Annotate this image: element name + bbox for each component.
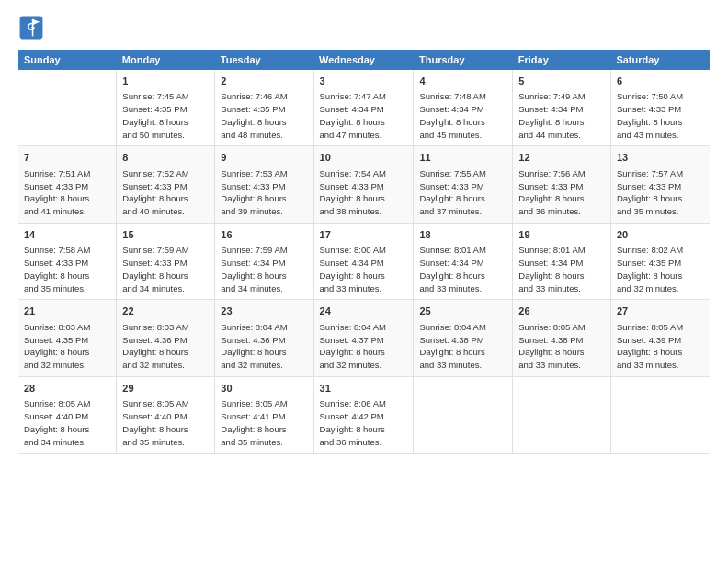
day-number: 31 bbox=[320, 382, 408, 396]
day-number: 1 bbox=[122, 75, 209, 88]
day-info: Sunrise: 7:47 AMSunset: 4:34 PMDaylight:… bbox=[320, 90, 408, 141]
day-cell: 11Sunrise: 7:55 AMSunset: 4:33 PMDayligh… bbox=[414, 146, 513, 223]
logo: G bbox=[18, 15, 48, 40]
calendar-body: 1Sunrise: 7:45 AMSunset: 4:35 PMDaylight… bbox=[18, 70, 710, 454]
day-info: Sunrise: 7:53 AMSunset: 4:33 PMDaylight:… bbox=[221, 167, 307, 218]
day-cell: 23Sunrise: 8:04 AMSunset: 4:36 PMDayligh… bbox=[215, 300, 313, 376]
calendar-header: SundayMondayTuesdayWednesdayThursdayFrid… bbox=[18, 50, 710, 70]
day-info: Sunrise: 7:56 AMSunset: 4:33 PMDaylight:… bbox=[518, 167, 605, 218]
day-info: Sunrise: 7:59 AMSunset: 4:34 PMDaylight:… bbox=[221, 244, 307, 294]
day-cell: 9Sunrise: 7:53 AMSunset: 4:33 PMDaylight… bbox=[215, 146, 313, 223]
day-cell: 29Sunrise: 8:05 AMSunset: 4:40 PMDayligh… bbox=[117, 376, 215, 453]
day-info: Sunrise: 8:05 AMSunset: 4:38 PMDaylight:… bbox=[518, 321, 605, 372]
day-cell: 26Sunrise: 8:05 AMSunset: 4:38 PMDayligh… bbox=[513, 300, 611, 376]
day-number: 16 bbox=[221, 228, 307, 242]
day-cell: 10Sunrise: 7:54 AMSunset: 4:33 PMDayligh… bbox=[313, 146, 414, 223]
day-cell: 6Sunrise: 7:50 AMSunset: 4:33 PMDaylight… bbox=[610, 70, 710, 146]
day-number: 28 bbox=[24, 382, 110, 396]
day-number: 4 bbox=[419, 75, 506, 88]
day-number: 24 bbox=[320, 304, 408, 318]
day-number: 30 bbox=[221, 382, 307, 396]
day-info: Sunrise: 8:06 AMSunset: 4:42 PMDaylight:… bbox=[320, 397, 408, 448]
day-info: Sunrise: 7:55 AMSunset: 4:33 PMDaylight:… bbox=[419, 167, 506, 218]
header-cell-wednesday: Wednesday bbox=[313, 50, 414, 70]
day-cell: 28Sunrise: 8:05 AMSunset: 4:40 PMDayligh… bbox=[18, 376, 117, 453]
day-info: Sunrise: 7:46 AMSunset: 4:35 PMDaylight:… bbox=[221, 90, 307, 141]
day-info: Sunrise: 8:05 AMSunset: 4:40 PMDaylight:… bbox=[24, 397, 110, 448]
week-row-1: 1Sunrise: 7:45 AMSunset: 4:35 PMDaylight… bbox=[18, 70, 710, 146]
day-info: Sunrise: 7:58 AMSunset: 4:33 PMDaylight:… bbox=[24, 244, 110, 294]
calendar-page: G SundayMondayTuesdayWednesdayThursdayFr… bbox=[0, 0, 728, 563]
day-number: 17 bbox=[320, 228, 408, 242]
day-number: 6 bbox=[617, 75, 704, 88]
header-cell-thursday: Thursday bbox=[414, 50, 513, 70]
day-cell bbox=[414, 376, 513, 453]
header-cell-monday: Monday bbox=[117, 50, 215, 70]
header-row: SundayMondayTuesdayWednesdayThursdayFrid… bbox=[18, 50, 710, 70]
day-number: 29 bbox=[122, 382, 209, 396]
header-cell-friday: Friday bbox=[513, 50, 611, 70]
day-cell: 4Sunrise: 7:48 AMSunset: 4:34 PMDaylight… bbox=[414, 70, 513, 146]
day-cell: 21Sunrise: 8:03 AMSunset: 4:35 PMDayligh… bbox=[18, 300, 117, 376]
day-number: 26 bbox=[518, 304, 605, 318]
day-cell: 12Sunrise: 7:56 AMSunset: 4:33 PMDayligh… bbox=[513, 146, 611, 223]
day-number: 23 bbox=[221, 304, 307, 318]
day-cell: 22Sunrise: 8:03 AMSunset: 4:36 PMDayligh… bbox=[117, 300, 215, 376]
day-cell: 14Sunrise: 7:58 AMSunset: 4:33 PMDayligh… bbox=[18, 223, 117, 299]
day-cell: 25Sunrise: 8:04 AMSunset: 4:38 PMDayligh… bbox=[414, 300, 513, 376]
day-cell: 27Sunrise: 8:05 AMSunset: 4:39 PMDayligh… bbox=[610, 300, 710, 376]
day-cell: 19Sunrise: 8:01 AMSunset: 4:34 PMDayligh… bbox=[513, 223, 611, 299]
day-cell bbox=[513, 376, 611, 453]
day-info: Sunrise: 8:04 AMSunset: 4:37 PMDaylight:… bbox=[320, 321, 408, 372]
day-number: 5 bbox=[518, 75, 605, 88]
day-number: 2 bbox=[221, 75, 307, 88]
day-cell: 13Sunrise: 7:57 AMSunset: 4:33 PMDayligh… bbox=[610, 146, 710, 223]
day-number: 10 bbox=[320, 151, 408, 165]
day-info: Sunrise: 7:52 AMSunset: 4:33 PMDaylight:… bbox=[122, 167, 209, 218]
day-cell: 8Sunrise: 7:52 AMSunset: 4:33 PMDaylight… bbox=[117, 146, 215, 223]
header-cell-saturday: Saturday bbox=[610, 50, 710, 70]
day-number: 25 bbox=[419, 304, 506, 318]
day-info: Sunrise: 8:03 AMSunset: 4:35 PMDaylight:… bbox=[24, 321, 110, 372]
day-info: Sunrise: 7:57 AMSunset: 4:33 PMDaylight:… bbox=[617, 167, 704, 218]
logo-icon: G bbox=[18, 15, 44, 40]
day-number: 21 bbox=[24, 304, 110, 318]
day-cell: 5Sunrise: 7:49 AMSunset: 4:34 PMDaylight… bbox=[513, 70, 611, 146]
day-cell: 20Sunrise: 8:02 AMSunset: 4:35 PMDayligh… bbox=[610, 223, 710, 299]
day-info: Sunrise: 8:04 AMSunset: 4:38 PMDaylight:… bbox=[419, 321, 506, 372]
day-number: 12 bbox=[518, 151, 605, 165]
day-cell: 17Sunrise: 8:00 AMSunset: 4:34 PMDayligh… bbox=[313, 223, 414, 299]
day-cell: 7Sunrise: 7:51 AMSunset: 4:33 PMDaylight… bbox=[18, 146, 117, 223]
day-number: 3 bbox=[320, 75, 408, 88]
calendar-table: SundayMondayTuesdayWednesdayThursdayFrid… bbox=[18, 50, 710, 454]
week-row-5: 28Sunrise: 8:05 AMSunset: 4:40 PMDayligh… bbox=[18, 376, 710, 453]
header-cell-tuesday: Tuesday bbox=[215, 50, 313, 70]
day-cell: 3Sunrise: 7:47 AMSunset: 4:34 PMDaylight… bbox=[313, 70, 414, 146]
day-cell: 18Sunrise: 8:01 AMSunset: 4:34 PMDayligh… bbox=[414, 223, 513, 299]
day-number: 11 bbox=[419, 151, 506, 165]
day-info: Sunrise: 8:03 AMSunset: 4:36 PMDaylight:… bbox=[122, 321, 209, 372]
day-number: 18 bbox=[419, 228, 506, 242]
day-info: Sunrise: 7:50 AMSunset: 4:33 PMDaylight:… bbox=[617, 90, 704, 141]
day-number: 22 bbox=[122, 304, 209, 318]
day-info: Sunrise: 8:05 AMSunset: 4:40 PMDaylight:… bbox=[122, 397, 209, 448]
day-cell: 15Sunrise: 7:59 AMSunset: 4:33 PMDayligh… bbox=[117, 223, 215, 299]
day-cell: 31Sunrise: 8:06 AMSunset: 4:42 PMDayligh… bbox=[313, 376, 414, 453]
day-number: 19 bbox=[518, 228, 605, 242]
day-number: 14 bbox=[24, 228, 110, 242]
day-info: Sunrise: 8:02 AMSunset: 4:35 PMDaylight:… bbox=[617, 244, 704, 294]
week-row-2: 7Sunrise: 7:51 AMSunset: 4:33 PMDaylight… bbox=[18, 146, 710, 223]
day-cell: 30Sunrise: 8:05 AMSunset: 4:41 PMDayligh… bbox=[215, 376, 313, 453]
day-cell bbox=[610, 376, 710, 453]
day-info: Sunrise: 7:51 AMSunset: 4:33 PMDaylight:… bbox=[24, 167, 110, 218]
day-number: 13 bbox=[617, 151, 704, 165]
day-cell: 16Sunrise: 7:59 AMSunset: 4:34 PMDayligh… bbox=[215, 223, 313, 299]
header-cell-sunday: Sunday bbox=[18, 50, 117, 70]
week-row-4: 21Sunrise: 8:03 AMSunset: 4:35 PMDayligh… bbox=[18, 300, 710, 376]
day-info: Sunrise: 7:45 AMSunset: 4:35 PMDaylight:… bbox=[122, 90, 209, 141]
day-info: Sunrise: 8:01 AMSunset: 4:34 PMDaylight:… bbox=[419, 244, 506, 294]
day-cell: 2Sunrise: 7:46 AMSunset: 4:35 PMDaylight… bbox=[215, 70, 313, 146]
day-cell: 24Sunrise: 8:04 AMSunset: 4:37 PMDayligh… bbox=[313, 300, 414, 376]
day-info: Sunrise: 8:01 AMSunset: 4:34 PMDaylight:… bbox=[518, 244, 605, 294]
day-info: Sunrise: 8:00 AMSunset: 4:34 PMDaylight:… bbox=[320, 244, 408, 294]
